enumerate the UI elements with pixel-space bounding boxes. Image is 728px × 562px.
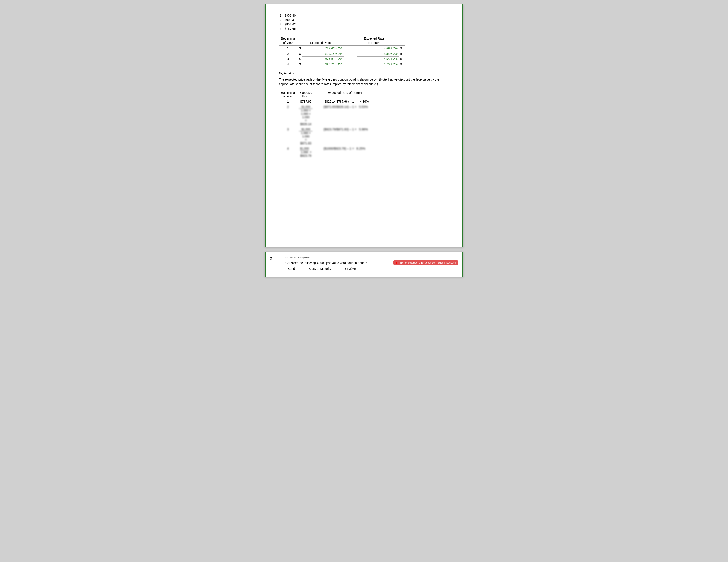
answer-year: 2 [279,51,297,56]
exp-return-4: ($1000/$923.79) – 1 = 8.25% [315,146,449,158]
exp-table-row-3: 3 $1,000 1.080 × 1.090 = $871.83 ($923.7… [279,127,449,146]
red-dot-icon [396,262,397,263]
explanation-table: Beginningof Year Expected Price Expected… [279,90,449,158]
answer-table-row: 4 $ % [279,62,405,67]
answer-table-row: 3 $ % [279,56,405,62]
exp-return-2: ($871.65/$826.14) – 1 = 5.53% [315,104,449,127]
answer-year: 4 [279,62,297,67]
explanation-section: Explanation: The expected price path of … [279,71,449,158]
answer-dollar: $ [297,56,302,62]
col2-header1: Expected Price [297,40,344,46]
exp-year-3: 3 [279,127,297,146]
exp-formula-3: $1,000 1.080 × 1.090 = $871.83 [297,127,315,146]
price-year: 2 [279,18,284,22]
answer-year: 1 [279,46,297,51]
answer-dollar: $ [297,62,302,67]
col3-header2: of Return [344,40,405,46]
error-badge[interactable]: An error occurred. Click to contact + su… [393,260,458,265]
answer-price-input[interactable] [302,46,344,51]
exp-price-1: $787.66 [297,99,315,104]
exp-year-1: 1 [279,99,297,104]
price-value: $852.62 [284,22,297,26]
exp-col2-header: Expected Price [297,90,315,99]
percent-sign: % [399,62,405,67]
answer-rate-input[interactable] [357,51,399,56]
answer-table-row: 1 $ % [279,46,405,51]
question-number: 2. [270,256,274,262]
exp-col1-header: Beginningof Year [279,90,297,99]
exp-formula-4: $1,000 1.090 = $923.79 [297,146,315,158]
question-2-section: 2. Pts: 0 Out of: 8 /points Consider the… [265,251,463,277]
q2-col-header: Years to Maturity [308,267,331,270]
exp-year-4: 4 [279,146,297,158]
q2-header-info: Pts: 0 Out of: 8 /points [285,256,449,259]
exp-formula-2: $1,000 1.060 × 1.080 × 1.090 = $826.14 [297,104,315,127]
answer-price-input[interactable] [302,56,344,62]
q2-table-header: BondYears to MaturityYTM(%) [288,267,449,270]
col1-header2: of Year [279,40,297,46]
answer-table: Beginning Expected Rate of Year Expected… [279,36,405,67]
answer-dollar: $ [297,51,302,56]
exp-table-row-2: 2 $1,000 1.060 × 1.080 × 1.090 = $826.14… [279,104,449,127]
q2-col-header: Bond [288,267,295,270]
answer-rate-input[interactable] [357,46,399,51]
price-value: $903.47 [284,18,297,22]
explanation-text: The expected price path of the 4-year ze… [279,77,449,86]
price-year: 3 [279,22,284,26]
exp-return-1: ($826.14/$787.66) – 1 = 4.89% [315,99,449,104]
answer-dollar: $ [297,46,302,51]
col3-header1: Expected Rate [344,36,405,40]
answer-rate-input[interactable] [357,56,399,62]
price-list-table: 1 $953.40 2 $903.47 3 $852.62 4 $787.66 [279,13,296,31]
price-year: 1 [279,13,284,18]
answer-table-section: Beginning Expected Rate of Year Expected… [279,36,449,67]
percent-sign: % [399,46,405,51]
q2-col-header: YTM(%) [344,267,356,270]
exp-col3-header: Expected Rate of Return [315,90,449,99]
answer-rate-input[interactable] [357,62,399,67]
price-list-section: 1 $953.40 2 $903.47 3 $852.62 4 $787.66 [279,13,449,31]
price-year: 4 [279,26,284,31]
answer-price-input[interactable] [302,51,344,56]
main-page: 1 $953.40 2 $903.47 3 $852.62 4 $787.66 … [265,4,463,247]
answer-year: 3 [279,56,297,62]
percent-sign: % [399,51,405,56]
exp-table-row-4: 4 $1,000 1.090 = $923.79 ($1000/$923.79)… [279,146,449,158]
col1-header1: Beginning [279,36,297,40]
price-value: $953.40 [284,13,297,18]
answer-price-input[interactable] [302,62,344,67]
exp-year-2: 2 [279,104,297,127]
answer-table-row: 2 $ % [279,51,405,56]
exp-return-3: ($923.79/$871.83) – 1 = 5.96% [315,127,449,146]
exp-table-row-1: 1 $787.66 ($826.14/$787.66) – 1 = 4.89% [279,99,449,104]
price-value: $787.66 [284,26,297,31]
percent-sign: % [399,56,405,62]
explanation-label: Explanation: [279,71,449,75]
